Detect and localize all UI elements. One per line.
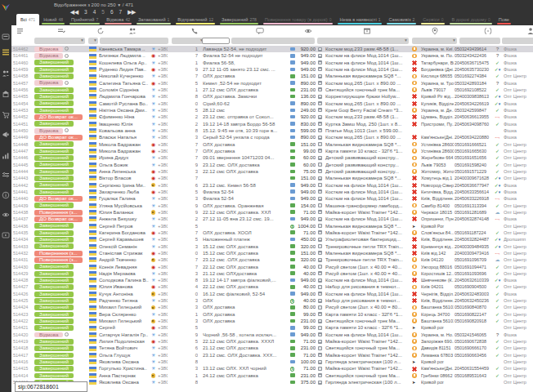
table-row[interactable]: 514423ЗавершенийВера Скляренко✳+3801ОЛХ …: [0, 311, 533, 318]
table-row[interactable]: 514417ЗавершенийОльга Глущук✳+380023.12 …: [0, 352, 533, 359]
app-logo-icon[interactable]: [1, 1, 11, 11]
table-row[interactable]: 514418ЗавершенийТетяна Войтович✳+380621.…: [0, 345, 533, 351]
filter-name[interactable]: [100, 38, 168, 44]
table-row[interactable]: 514450ВідмоваiКовальова анна✳+380815.12.…: [0, 127, 533, 134]
column-package-icon[interactable]: [363, 27, 371, 35]
tab-прийнятий[interactable]: Прийнятий7: [67, 14, 102, 25]
column-clients-icon[interactable]: [128, 27, 137, 35]
tab-повернення-товару-в-дорозі-[interactable]: Повернення товару (в дорозі)0: [261, 14, 336, 25]
table-row[interactable]: 514429ЗавершенийНадія Мерзаєва✳+380321.1…: [0, 270, 533, 277]
table-row[interactable]: 514433ЗавершенийОлексій Семанін✳+380315.…: [0, 243, 533, 250]
tab-відмова[interactable]: Відмова42: [102, 14, 134, 25]
filter-flag[interactable]: ▼: [88, 38, 98, 44]
tab-сервіси[interactable]: Сервіси0: [419, 14, 447, 25]
table-row[interactable]: 514444ЗавершенийАнна Липенська◉+380322.1…: [0, 168, 533, 175]
column-eye-icon[interactable]: [304, 27, 312, 35]
table-row[interactable]: 514414ЗавершенийАнна Пастернак+380124.12…: [0, 372, 533, 379]
filter-status[interactable]: ▼: [34, 38, 85, 44]
table-row[interactable]: 514454ЗавершенийСамотій Руслана Во..✳+38…: [0, 100, 533, 107]
pagination-display[interactable]: Відображення з 200 по 250 ▼ / 471: [54, 2, 133, 7]
tab-всі[interactable]: Всі471: [16, 14, 39, 25]
table-row[interactable]: 514425ЗавершенийРадченко Тетяна✳+3803ОЛХ…: [0, 297, 533, 304]
table-row[interactable]: 514442ЗавершенийСергієнко Ірина Ми..+380…: [0, 182, 533, 189]
table-row[interactable]: 514441ЗавершенийЗахарченко Люба◉+3805Фиа…: [0, 189, 533, 195]
column-tracking-icon[interactable]: [484, 27, 492, 35]
table-row[interactable]: 514415ЗавершенийГоргулько Христина..✳+38…: [0, 365, 533, 372]
table-row[interactable]: 514458ЗавершенийНиколай Кучеренко✳+3807О…: [0, 73, 533, 79]
filter-comment[interactable]: ▼: [231, 38, 299, 44]
status-info-icon[interactable]: i: [65, 54, 69, 58]
tab-overflow[interactable]: Пове: [495, 14, 513, 25]
sidebar-cart-icon[interactable]: [0, 111, 11, 119]
table-row[interactable]: 514446ЗавершенийИрина Дидух✳+380709.01 з…: [0, 154, 533, 161]
table-row[interactable]: 514428ЗавершенийСолодкова Галина В..✳+38…: [0, 277, 533, 283]
tab-запакований[interactable]: Запакований1: [134, 14, 173, 25]
status-info-icon[interactable]: i: [65, 47, 69, 51]
filter-product[interactable]: ▼: [317, 38, 409, 44]
sidebar-store-icon[interactable]: [0, 90, 11, 98]
sidebar-marketing-icon[interactable]: [0, 131, 11, 139]
table-row[interactable]: 514448ЗавершенийМикола Бадражан◉+3807ОЛХ…: [0, 141, 533, 148]
column-comment-icon[interactable]: [256, 27, 264, 35]
table-row[interactable]: 514435ЗавершенийКатерина Богданова◉+3807…: [0, 229, 533, 236]
table-row[interactable]: 514416ЗавершенийЯковлева Оксана✳+3808100…: [0, 359, 533, 365]
column-status-edit-icon[interactable]: [57, 27, 65, 35]
table-row[interactable]: 514443ЗавершенийВіктор Власов◉+3807151.0…: [0, 175, 533, 181]
table-row[interactable]: 514419ЗавершенийЛилия Подолинская◉+38052…: [0, 338, 533, 345]
table-row[interactable]: 514437ДО Возврат ок...Анжела Безушку✳+38…: [0, 216, 533, 222]
sidebar-settings-icon[interactable]: [0, 172, 11, 180]
table-row[interactable]: 514457ВідмоваiСалегина Татьяна С..◉+3805…: [0, 80, 533, 87]
filter-caret-icon[interactable]: ▼: [93, 38, 97, 42]
tab-відправлений[interactable]: Відправлений12: [173, 14, 217, 25]
table-row[interactable]: 514453ЗавершенийНікітіна Оксана Дми..✳+3…: [0, 107, 533, 114]
table-row[interactable]: 514461ВідмоваiБлизнюк Людмила ..◉+3807Фи…: [0, 52, 533, 59]
sidebar-stats-icon[interactable]: [0, 152, 11, 160]
table-row[interactable]: 514438Повернення (з...Юлия Баланюк+38092…: [0, 209, 533, 216]
column-manager-icon[interactable]: [526, 27, 533, 35]
table-row[interactable]: 514449ДО Возврат ок...Власюк Наталья✳+38…: [0, 134, 533, 140]
filter-comment-active[interactable]: [202, 38, 230, 44]
column-location-pin-icon[interactable]: [431, 27, 439, 35]
table-row[interactable]: 514462ВідмоваiКаневська Тамара ..✳+3801Л…: [0, 46, 533, 52]
tab-в-дорозі-додому[interactable]: В дорозі додому0: [447, 14, 494, 25]
filter-phone[interactable]: ▼: [172, 38, 204, 44]
table-row[interactable]: 514456ЗавершенийСоломія Сідоніна✳+380127…: [0, 87, 533, 93]
sidebar-views-icon[interactable]: [0, 211, 11, 219]
table-row[interactable]: 514440ДО Возврат ок...Гуцалюк Галина✳+38…: [0, 195, 533, 202]
sidebar-video-icon[interactable]: [0, 231, 11, 239]
filter-tag[interactable]: ▼: [502, 38, 533, 44]
table-row[interactable]: 514447ЗавершенийМикола Бадражан◉+3807ОЛХ…: [0, 148, 533, 154]
status-info-icon[interactable]: i: [65, 332, 69, 336]
sidebar-cards-icon[interactable]: [0, 33, 11, 41]
table-row[interactable]: 514431Повернення (з...Андрій Ткаченко+38…: [0, 256, 533, 263]
table-row[interactable]: 514445ЗавершенийОльга Божик✳+380923.12 с…: [0, 162, 533, 168]
table-row[interactable]: 514436ЗавершенийСергей Петров✳+3805$1004…: [0, 223, 533, 229]
column-phone-icon[interactable]: [190, 27, 199, 35]
filter-caret-icon[interactable]: ▼: [452, 38, 456, 42]
filter-caret-icon[interactable]: ▼: [404, 38, 408, 42]
sidebar-orders-icon[interactable]: [0, 48, 11, 56]
sidebar-clients-icon[interactable]: [0, 69, 11, 78]
table-row[interactable]: 514452ДО Возврат ок...Єфименко Ніна✳+380…: [0, 114, 533, 120]
table-row[interactable]: 514432Повернення (з...Станіслав Стрижак◉…: [0, 250, 533, 256]
table-row[interactable]: 514430ЗавершенийКсенія Левадняя◉+380722.…: [0, 264, 533, 270]
table-row[interactable]: 514455ЗавершенийЛюдмила Гончарова✳+3808О…: [0, 93, 533, 100]
table-row[interactable]: 514451ЗавершенийІващенко Юлія✳+380219.12…: [0, 121, 533, 127]
tab-завершений[interactable]: Завершений278: [217, 14, 261, 25]
column-refresh-icon[interactable]: [96, 27, 105, 35]
filter-price[interactable]: [291, 38, 315, 44]
tab-самовивіз[interactable]: Самовивіз2: [384, 14, 419, 25]
status-info-icon[interactable]: i: [65, 128, 69, 132]
table-row[interactable]: 514460ЗавершенийКошелева Ольга Ар..✳+380…: [0, 60, 533, 66]
tab-новий[interactable]: Новий48: [39, 14, 67, 25]
table-row[interactable]: 514426ЗавершенийКучук Антоніна+380016.12…: [0, 291, 533, 297]
table-row[interactable]: 514439ЗавершенийУляна Мусійовська✳+3809О…: [0, 203, 533, 209]
status-info-icon[interactable]: i: [65, 81, 69, 85]
table-row[interactable]: 514424ЗавершенийМихаил Гилецький+3803ОЛХ…: [0, 304, 533, 310]
table-row[interactable]: 514459ЗавершенийРуденко Лидия Пав..◉+380…: [0, 66, 533, 73]
table-row[interactable]: 514427ЗавершенийЮлия Иванова◉+380422.12 …: [0, 283, 533, 290]
sidebar-info-icon[interactable]: [0, 191, 11, 199]
filter-caret-icon[interactable]: ▼: [80, 38, 84, 42]
filter-tracking[interactable]: [459, 38, 500, 44]
table-row[interactable]: 514422ЗавершенийМихаил Гилецький+3803ОЛХ…: [0, 318, 533, 324]
